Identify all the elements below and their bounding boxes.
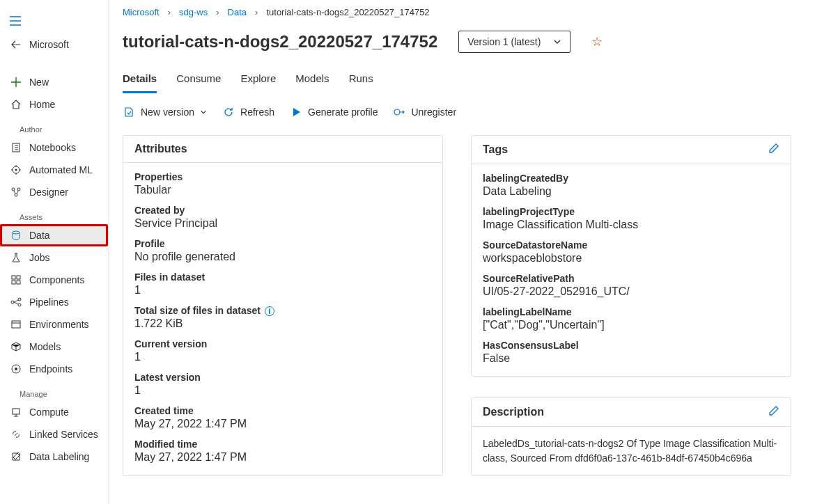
sidebar-item-automated-ml[interactable]: Automated ML	[0, 159, 108, 181]
sidebar-item-label: Environments	[29, 319, 89, 330]
breadcrumb-item: tutorial-cats-n-dogs2_20220527_174752	[266, 7, 429, 17]
notebook-icon	[10, 141, 22, 154]
labeling-icon	[10, 450, 22, 463]
attribute-key: Modified time	[134, 439, 431, 450]
attribute-value: 1.722 KiB	[134, 317, 431, 330]
tag-key: HasConsensusLabel	[483, 340, 779, 351]
svg-rect-7	[12, 276, 15, 279]
attribute-value: 1	[134, 284, 431, 297]
sidebar-item-label: Jobs	[29, 252, 50, 263]
sidebar-section-manage: Manage	[0, 380, 108, 401]
hamburger-menu[interactable]	[0, 8, 28, 33]
svg-point-2	[15, 169, 17, 171]
sidebar-item-models[interactable]: Models	[0, 336, 108, 358]
sidebar-item-data-labeling[interactable]: Data Labeling	[0, 446, 108, 468]
description-text: LabeledDs_tutorial-cats-n-dogs2 Of Type …	[472, 427, 791, 475]
tab-models[interactable]: Models	[295, 72, 329, 93]
breadcrumb-item[interactable]: sdg-ws	[179, 7, 208, 17]
svg-point-3	[12, 188, 15, 191]
attribute-key: Created time	[134, 405, 431, 416]
sidebar-item-linked-services[interactable]: Linked Services	[0, 423, 108, 446]
toolbar-generate-profile[interactable]: Generate profile	[290, 106, 378, 118]
tags-title: Tags	[483, 143, 508, 156]
attribute-value: 1	[134, 384, 431, 397]
tab-details[interactable]: Details	[123, 72, 157, 93]
favorite-star-icon[interactable]: ☆	[591, 34, 603, 49]
svg-point-13	[18, 304, 21, 306]
breadcrumbs: Microsoft›sdg-ws›Data›tutorial-cats-n-do…	[123, 0, 801, 24]
sidebar-item-notebooks[interactable]: Notebooks	[0, 136, 108, 159]
components-icon	[10, 274, 22, 286]
svg-rect-8	[17, 276, 20, 279]
sidebar-item-jobs[interactable]: Jobs	[0, 246, 108, 269]
chevron-down-icon	[553, 38, 561, 46]
models-icon	[10, 340, 22, 353]
sidebar-item-components[interactable]: Components	[0, 269, 108, 291]
attribute-value: Tabular	[134, 184, 431, 196]
sidebar-item-label: Endpoints	[29, 363, 72, 375]
edit-description-icon[interactable]	[768, 405, 779, 419]
attribute-value: Service Principal	[134, 217, 431, 230]
sidebar-item-label: Models	[29, 341, 61, 352]
tag-value: ["Cat","Dog","Uncertain"]	[483, 319, 779, 331]
attribute-key: Properties	[134, 171, 431, 182]
back-to-microsoft[interactable]: Microsoft	[0, 33, 108, 56]
attributes-title: Attributes	[134, 143, 187, 155]
hamburger-icon	[10, 16, 21, 26]
tag-key: SourceDatastoreName	[483, 239, 779, 251]
tab-explore[interactable]: Explore	[240, 72, 276, 93]
svg-rect-17	[13, 409, 20, 414]
sidebar-item-environments[interactable]: Environments	[0, 313, 108, 336]
sidebar-section-author: Author	[0, 116, 108, 136]
version-dropdown[interactable]: Version 1 (latest)	[458, 31, 570, 53]
flask-icon	[10, 251, 22, 264]
refresh-icon	[222, 106, 235, 118]
sidebar-section-assets: Assets	[0, 203, 108, 224]
tabs: DetailsConsumeExploreModelsRuns	[123, 72, 801, 93]
svg-point-11	[11, 301, 14, 304]
main-content: Microsoft›sdg-ws›Data›tutorial-cats-n-do…	[109, 0, 815, 504]
tag-value: Data Labeling	[483, 185, 779, 198]
attribute-key: Current version	[134, 338, 431, 349]
endpoints-icon	[10, 363, 22, 375]
attribute-value: May 27, 2022 1:47 PM	[134, 418, 431, 430]
tags-card: Tags labelingCreatedByData Labelinglabel…	[471, 135, 791, 377]
toolbar-refresh[interactable]: Refresh	[222, 106, 274, 118]
sidebar-item-compute[interactable]: Compute	[0, 401, 108, 423]
chevron-right-icon: ›	[255, 7, 258, 17]
new-version-icon	[123, 106, 135, 118]
tag-value: workspaceblobstore	[483, 252, 779, 265]
tag-value: False	[483, 352, 779, 365]
svg-point-5	[15, 194, 17, 196]
breadcrumb-item[interactable]: Data	[228, 7, 247, 17]
description-card: Description LabeledDs_tutorial-cats-n-do…	[471, 397, 791, 476]
tab-runs[interactable]: Runs	[349, 72, 373, 93]
svg-rect-14	[12, 321, 20, 328]
sidebar-item-pipelines[interactable]: Pipelines	[0, 291, 108, 313]
attribute-key: Profile	[134, 238, 431, 249]
play-icon	[290, 106, 302, 118]
data-icon	[10, 229, 22, 242]
sidebar-home[interactable]: Home	[0, 93, 108, 116]
automl-icon	[10, 164, 22, 176]
edit-tags-icon[interactable]	[768, 143, 779, 157]
sidebar-item-endpoints[interactable]: Endpoints	[0, 358, 108, 380]
version-label: Version 1 (latest)	[467, 36, 541, 47]
sidebar-item-label: Compute	[29, 407, 69, 418]
attribute-key: Total size of files in dataseti	[134, 305, 431, 316]
sidebar-item-data[interactable]: Data	[0, 224, 108, 246]
attributes-card: Attributes PropertiesTabularCreated bySe…	[123, 135, 443, 476]
chevron-right-icon: ›	[168, 7, 171, 17]
sidebar-item-label: Linked Services	[29, 429, 98, 440]
svg-point-4	[17, 188, 20, 191]
sidebar-item-designer[interactable]: Designer	[0, 181, 108, 203]
pipelines-icon	[10, 296, 22, 308]
sidebar-item-label: Components	[29, 274, 84, 285]
toolbar-unregister[interactable]: Unregister	[393, 106, 456, 118]
svg-point-6	[13, 231, 20, 234]
tab-consume[interactable]: Consume	[176, 72, 221, 93]
toolbar-new-version[interactable]: New version	[123, 106, 207, 118]
info-icon[interactable]: i	[265, 306, 274, 316]
sidebar-new[interactable]: New	[0, 71, 108, 93]
breadcrumb-item[interactable]: Microsoft	[123, 7, 160, 17]
